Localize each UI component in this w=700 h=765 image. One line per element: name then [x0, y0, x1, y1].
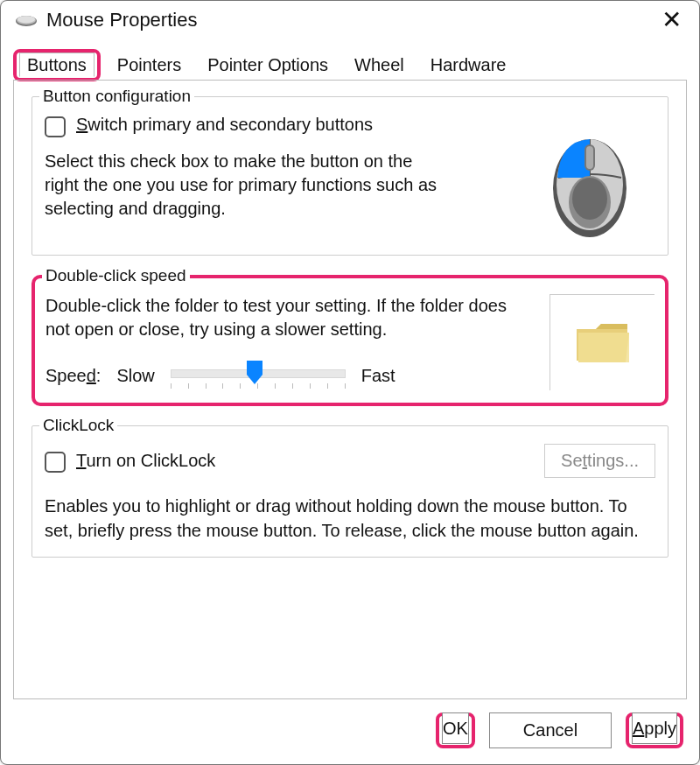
- tab-panel: Button configuration Switch primary and …: [13, 80, 687, 699]
- svg-point-8: [572, 178, 607, 220]
- mouse-properties-window: Mouse Properties ✕ Buttons Pointers Poin…: [0, 0, 700, 765]
- double-click-description: Double-click the folder to test your set…: [46, 294, 536, 341]
- speed-slow-label: Slow: [116, 366, 154, 386]
- highlight-apply: Apply: [626, 712, 683, 748]
- checkbox-switch-buttons-label[interactable]: Switch primary and secondary buttons: [76, 115, 373, 135]
- checkbox-switch-buttons[interactable]: [45, 116, 66, 137]
- highlight-tab-buttons: Buttons: [13, 49, 101, 81]
- highlight-ok: OK: [436, 712, 475, 748]
- group-clicklock: ClickLock Turn on ClickLock Settings... …: [32, 425, 668, 558]
- title-bar: Mouse Properties ✕: [1, 1, 699, 38]
- mouse-illustration: [524, 115, 655, 241]
- tab-hardware[interactable]: Hardware: [417, 49, 520, 81]
- slider-thumb-icon[interactable]: [245, 361, 264, 385]
- close-button[interactable]: ✕: [656, 6, 687, 34]
- checkbox-clicklock[interactable]: [45, 452, 66, 473]
- checkbox-clicklock-label[interactable]: Turn on ClickLock: [76, 451, 215, 471]
- tab-pointer-options[interactable]: Pointer Options: [194, 49, 341, 81]
- speed-label: Speed:: [46, 366, 101, 386]
- folder-icon: [571, 317, 634, 369]
- tab-wheel[interactable]: Wheel: [341, 49, 417, 81]
- tab-strip: Buttons Pointers Pointer Options Wheel H…: [10, 48, 690, 81]
- dialog-button-bar: OK Cancel Apply: [1, 700, 699, 764]
- speed-fast-label: Fast: [361, 366, 396, 386]
- group-button-configuration: Button configuration Switch primary and …: [32, 96, 668, 256]
- group-legend-double-click: Double-click speed: [42, 266, 190, 285]
- clicklock-description: Enables you to highlight or drag without…: [45, 494, 655, 543]
- ok-button[interactable]: OK: [442, 712, 469, 744]
- cancel-button[interactable]: Cancel: [489, 712, 612, 748]
- tab-pointers[interactable]: Pointers: [104, 49, 194, 81]
- double-click-speed-slider[interactable]: [171, 361, 346, 390]
- apply-button[interactable]: Apply: [632, 712, 677, 744]
- mouse-titlebar-icon: [15, 13, 38, 27]
- button-config-description: Select this check box to make the button…: [45, 150, 447, 221]
- svg-point-2: [18, 16, 35, 23]
- group-double-click-speed: Double-click speed Double-click the fold…: [32, 275, 668, 406]
- double-click-test-folder[interactable]: [550, 294, 654, 390]
- group-legend-clicklock: ClickLock: [39, 416, 117, 435]
- group-legend-button-config: Button configuration: [39, 87, 194, 106]
- svg-rect-6: [586, 146, 593, 169]
- tab-buttons[interactable]: Buttons: [19, 53, 94, 77]
- clicklock-settings-button: Settings...: [544, 444, 655, 478]
- window-title: Mouse Properties: [46, 9, 197, 32]
